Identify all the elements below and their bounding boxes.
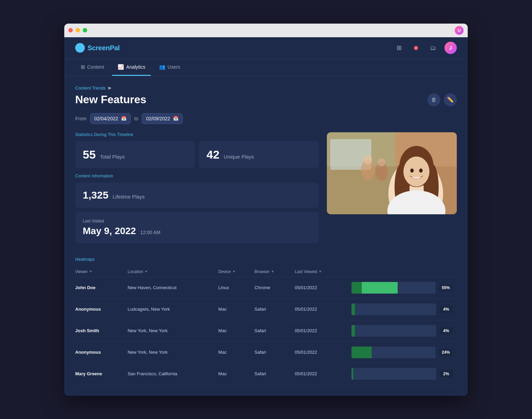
user-avatar[interactable]: J [444, 42, 457, 54]
main-content: Content Trends ▶ New Features 🗑 ✏️ From … [64, 76, 468, 396]
minimize-button[interactable] [76, 28, 80, 32]
cell-browser: Safari [254, 298, 295, 320]
cell-bar: 4% [347, 320, 457, 341]
bar-dark-segment [351, 282, 362, 294]
bar-dark-segment [351, 303, 355, 315]
delete-button[interactable]: 🗑 [427, 93, 440, 106]
tab-users[interactable]: 👥 Users [154, 59, 186, 76]
cell-location: Ludcagwis, New York [128, 298, 218, 320]
stats-section-label: Statistics During This Timeline [75, 132, 319, 137]
bar-percentage: 4% [440, 327, 453, 334]
date-to-label: to [134, 116, 138, 121]
total-plays-label: Total Plays [100, 154, 125, 160]
analytics-tab-label: Analytics [126, 64, 145, 70]
left-column: Statistics During This Timeline 55 Total… [75, 132, 319, 247]
bar-track [351, 368, 436, 380]
browser-sort-icon: ▼ [271, 270, 274, 273]
cell-last-viewed: 05/01/2022 [295, 298, 347, 320]
video-thumbnail[interactable] [327, 132, 457, 214]
page-title-row: New Features 🗑 ✏️ [75, 93, 457, 106]
share-icon[interactable]: 🗂 [427, 42, 439, 54]
stats-row: 55 Total Plays 42 Unique Plays [75, 141, 319, 168]
last-visited-time: 12:00 AM [140, 230, 160, 235]
col-viewer: Viewer ▼ [75, 267, 128, 277]
table-header-row: Viewer ▼ Location ▼ Devi [75, 267, 457, 277]
cell-last-viewed: 05/01/2022 [295, 320, 347, 341]
table-row: Mary Greene San Francisco, California Ma… [75, 363, 457, 384]
titlebar-avatar[interactable]: U [455, 26, 464, 35]
bar-track [351, 325, 436, 337]
svg-point-7 [378, 158, 385, 166]
cell-browser: Safari [254, 341, 295, 363]
breadcrumb-separator: ▶ [108, 85, 111, 90]
titlebar: U [64, 24, 468, 37]
date-to-value: 02/09/2022 [146, 116, 170, 121]
svg-point-5 [364, 155, 372, 164]
date-to-input[interactable]: 02/09/2022 📅 [142, 113, 183, 124]
svg-point-14 [410, 168, 414, 173]
title-actions: 🗑 ✏️ [427, 93, 457, 106]
svg-point-13 [403, 157, 429, 187]
cell-browser: Safari [254, 320, 295, 341]
unique-plays-number: 42 [207, 148, 220, 161]
cell-bar: 2% [347, 363, 457, 384]
lifetime-plays-number: 1,325 [83, 189, 108, 201]
content-layout: Statistics During This Timeline 55 Total… [75, 132, 457, 247]
close-button[interactable] [68, 28, 73, 32]
breadcrumb-parent[interactable]: Content Trends [75, 85, 106, 91]
bar-track [351, 303, 436, 315]
bar-percentage: 55% [439, 284, 453, 291]
last-visited-label: Last Visited [83, 219, 311, 224]
maximize-button[interactable] [83, 28, 87, 32]
date-from-input[interactable]: 02/04/2022 📅 [90, 113, 131, 124]
unique-plays-card: 42 Unique Plays [199, 141, 319, 168]
info-section-label: Content Information [75, 174, 319, 178]
cell-location: New York, New York [128, 341, 218, 363]
cell-location: New York, New York [128, 320, 218, 341]
app-header: 👁 ScreenPal ⊞ ⏺ 🗂 J [64, 37, 468, 59]
date-range: From 02/04/2022 📅 to 02/09/2022 📅 [75, 113, 457, 124]
cell-location: San Francisco, California [128, 363, 218, 384]
col-browser: Browser ▼ [254, 267, 295, 277]
capture-icon[interactable]: ⊞ [393, 42, 405, 54]
location-sort-icon: ▼ [145, 270, 148, 273]
page-title: New Features [75, 93, 146, 106]
cell-device: Mac [218, 363, 255, 384]
delete-icon: 🗑 [431, 97, 437, 103]
tab-content[interactable]: ⊞ Content [75, 59, 109, 76]
cell-last-viewed: 05/01/2022 [295, 277, 347, 298]
logo[interactable]: 👁 ScreenPal [75, 43, 120, 53]
bar-dark-segment [351, 325, 355, 337]
cell-bar: 24% [347, 341, 457, 363]
app-window: U 👁 ScreenPal ⊞ ⏺ 🗂 J ⊞ Content 📈 Analyt… [64, 24, 468, 396]
edit-button[interactable]: ✏️ [444, 93, 457, 106]
col-device: Device ▼ [218, 267, 255, 277]
cell-device: Mac [218, 320, 255, 341]
table-row: Anonymous New York, New York Mac Safari … [75, 341, 457, 363]
calendar-from-icon: 📅 [121, 116, 127, 121]
users-tab-label: Users [168, 64, 180, 70]
table-row: Anonymous Ludcagwis, New York Mac Safari… [75, 298, 457, 320]
date-from-label: From [75, 116, 87, 121]
bar-percentage: 24% [439, 349, 453, 356]
svg-point-15 [419, 168, 423, 173]
thumbnail-image [327, 132, 457, 214]
logo-text: ScreenPal [88, 44, 120, 52]
total-plays-number: 55 [83, 148, 96, 161]
heatmap-section: Heatmaps Viewer ▼ Location [75, 257, 457, 385]
cell-viewer: John Doe [75, 277, 128, 298]
nav-tabs: ⊞ Content 📈 Analytics 👥 Users [64, 59, 468, 76]
viewer-sort-icon: ▼ [89, 270, 92, 273]
tab-analytics[interactable]: 📈 Analytics [112, 59, 151, 76]
content-tab-label: Content [87, 64, 104, 70]
bar-dark-segment [351, 347, 372, 358]
cell-viewer: Anonymous [75, 298, 128, 320]
right-column [327, 132, 457, 247]
bar-dark-segment [351, 368, 353, 380]
record-icon[interactable]: ⏺ [410, 42, 422, 54]
analytics-tab-icon: 📈 [118, 64, 124, 70]
device-sort-icon: ▼ [232, 270, 236, 273]
edit-icon: ✏️ [447, 96, 454, 103]
cell-viewer: Mary Greene [75, 363, 128, 384]
last-visited-date: May 9, 2022 [83, 226, 136, 236]
